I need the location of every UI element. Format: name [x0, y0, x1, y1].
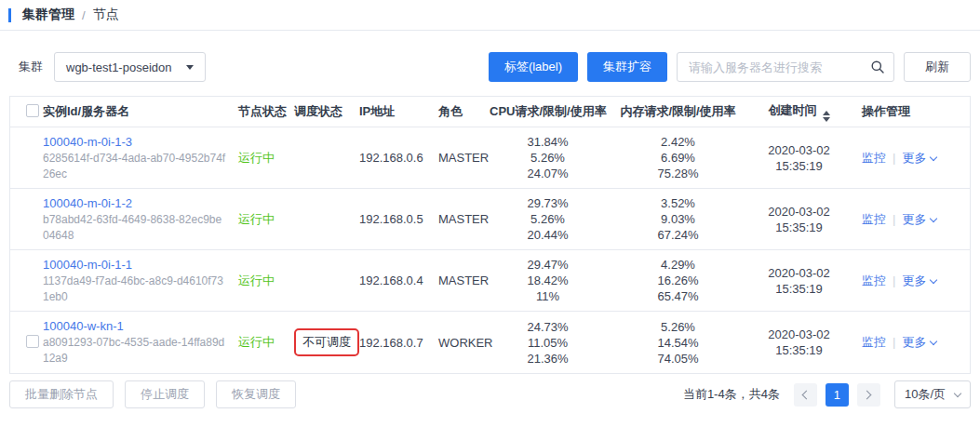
- prev-page-button[interactable]: [794, 383, 817, 407]
- node-status: 运行中: [238, 212, 275, 226]
- node-status: 运行中: [238, 335, 275, 349]
- instance-name-link[interactable]: 100040-m-0i-1-3: [43, 134, 132, 151]
- cpu-metrics: 29.47% 18.42% 11%: [490, 257, 606, 304]
- cluster-select-value: wgb-test1-poseidon: [66, 60, 171, 74]
- caret-down-icon: [186, 65, 194, 70]
- memory-metrics: 4.29% 16.26% 65.47%: [606, 257, 750, 304]
- search-icon[interactable]: [870, 60, 885, 78]
- created-clock: 15:35:19: [750, 220, 848, 235]
- monitor-link[interactable]: 监控: [862, 335, 886, 349]
- created-time: 2020-03-02 15:35:19: [750, 265, 848, 297]
- memory-limit: 6.69%: [606, 150, 750, 166]
- node-role: WORKER: [438, 336, 490, 350]
- table-body: 100040-m-0i-1-3 6285614f-d734-4ada-ab70-…: [10, 127, 970, 373]
- memory-metrics: 2.42% 6.69% 75.28%: [606, 134, 750, 181]
- refresh-button[interactable]: 刷新: [904, 52, 971, 82]
- monitor-link[interactable]: 监控: [862, 151, 886, 165]
- instance-name-link[interactable]: 100040-w-kn-1: [43, 318, 124, 335]
- node-role: MASTER: [438, 212, 490, 226]
- row-actions: 监控|更多: [848, 273, 970, 289]
- more-link[interactable]: 更多: [902, 151, 926, 165]
- breadcrumb-current: 节点: [93, 7, 119, 23]
- memory-usage: 74.05%: [606, 351, 750, 367]
- table-row: 100040-w-kn-1 a8091293-07bc-4535-aade-14…: [10, 312, 970, 373]
- cluster-expand-button[interactable]: 集群扩容: [587, 52, 667, 82]
- search-input[interactable]: [677, 52, 894, 82]
- memory-request: 4.29%: [606, 257, 750, 273]
- created-clock: 15:35:19: [750, 281, 848, 297]
- created-date: 2020-03-02: [750, 327, 848, 342]
- col-header-memory: 内存请求/限制/使用率: [606, 103, 750, 120]
- chevron-right-icon: [863, 390, 872, 399]
- node-status: 运行中: [238, 151, 275, 165]
- cpu-metrics: 31.84% 5.26% 24.07%: [490, 134, 606, 181]
- action-divider: |: [893, 274, 895, 287]
- cpu-metrics: 24.73% 11.05% 21.36%: [490, 319, 606, 367]
- created-date: 2020-03-02: [750, 142, 848, 158]
- instance-name-link[interactable]: 100040-m-0i-1-1: [43, 257, 132, 274]
- memory-limit: 16.26%: [606, 273, 750, 288]
- monitor-link[interactable]: 监控: [862, 212, 886, 226]
- instance-uuid: a8091293-07bc-4535-aade-14ffa89d12a9: [43, 335, 227, 367]
- table-header: 实例Id/服务器名 节点状态 调度状态 IP地址 角色 CPU请求/限制/使用率…: [10, 97, 970, 127]
- sort-arrows-icon[interactable]: [823, 111, 830, 122]
- nodes-table: 实例Id/服务器名 节点状态 调度状态 IP地址 角色 CPU请求/限制/使用率…: [9, 96, 971, 374]
- breadcrumb-separator: /: [82, 8, 86, 22]
- chevron-down-icon: [930, 214, 937, 221]
- node-role: MASTER: [438, 274, 490, 287]
- ip-address: 192.168.0.6: [359, 151, 438, 165]
- more-link[interactable]: 更多: [902, 274, 926, 287]
- label-button[interactable]: 标签(label): [489, 52, 578, 82]
- page-size-select[interactable]: 10条/页: [894, 380, 971, 408]
- cpu-limit: 5.26%: [490, 150, 606, 166]
- created-date: 2020-03-02: [750, 265, 848, 281]
- next-page-button[interactable]: [857, 383, 880, 407]
- memory-usage: 65.47%: [606, 288, 750, 304]
- page-size-value: 10条/页: [905, 386, 946, 403]
- chevron-down-icon: [954, 389, 961, 396]
- created-date: 2020-03-02: [750, 204, 848, 220]
- table-row: 100040-m-0i-1-3 6285614f-d734-4ada-ab70-…: [10, 127, 970, 189]
- cpu-request: 29.73%: [490, 195, 606, 211]
- created-clock: 15:35:19: [750, 158, 848, 174]
- stop-schedule-button[interactable]: 停止调度: [125, 380, 205, 408]
- col-header-sched-status: 调度状态: [294, 103, 359, 120]
- cpu-limit: 11.05%: [490, 335, 606, 351]
- action-divider: |: [893, 212, 895, 226]
- row-actions: 监控|更多: [848, 150, 970, 167]
- created-time: 2020-03-02 15:35:19: [750, 327, 848, 358]
- col-header-instance: 实例Id/服务器名: [43, 103, 238, 120]
- select-all-checkbox[interactable]: [26, 104, 39, 117]
- monitor-link[interactable]: 监控: [862, 274, 886, 287]
- current-page-button[interactable]: 1: [826, 383, 849, 407]
- breadcrumb-section[interactable]: 集群管理: [22, 7, 74, 23]
- pagination-summary: 当前1-4条，共4条: [683, 386, 780, 403]
- cluster-selector-group: 集群 wgb-test1-poseidon: [9, 52, 206, 82]
- more-link[interactable]: 更多: [902, 212, 926, 226]
- row-checkbox[interactable]: [26, 335, 39, 348]
- cluster-select[interactable]: wgb-test1-poseidon: [54, 52, 206, 82]
- toolbar: 集群 wgb-test1-poseidon 标签(label) 集群扩容 刷新: [0, 31, 980, 96]
- memory-metrics: 5.26% 14.54% 74.05%: [606, 319, 750, 367]
- resume-schedule-button[interactable]: 恢复调度: [216, 380, 296, 408]
- created-clock: 15:35:19: [750, 342, 848, 358]
- batch-delete-button[interactable]: 批量删除节点: [9, 380, 114, 408]
- memory-limit: 14.54%: [606, 335, 750, 351]
- cpu-request: 31.84%: [490, 134, 606, 150]
- cpu-usage: 20.44%: [490, 227, 606, 243]
- action-divider: |: [893, 335, 895, 349]
- memory-limit: 9.03%: [606, 211, 750, 227]
- memory-request: 3.52%: [606, 195, 750, 211]
- instance-uuid: b78abd42-63fd-4649-8638-82ec9be04648: [43, 212, 227, 244]
- more-link[interactable]: 更多: [902, 335, 926, 349]
- action-divider: |: [893, 151, 895, 165]
- col-header-node-status: 节点状态: [238, 103, 294, 120]
- cluster-label: 集群: [19, 59, 43, 75]
- cpu-request: 24.73%: [490, 319, 606, 335]
- cpu-limit: 5.26%: [490, 211, 606, 227]
- ip-address: 192.168.0.5: [359, 212, 438, 226]
- memory-metrics: 3.52% 9.03% 67.24%: [606, 195, 750, 243]
- instance-name-link[interactable]: 100040-m-0i-1-2: [43, 195, 132, 212]
- chevron-down-icon: [930, 275, 937, 283]
- col-header-ip: IP地址: [359, 103, 438, 120]
